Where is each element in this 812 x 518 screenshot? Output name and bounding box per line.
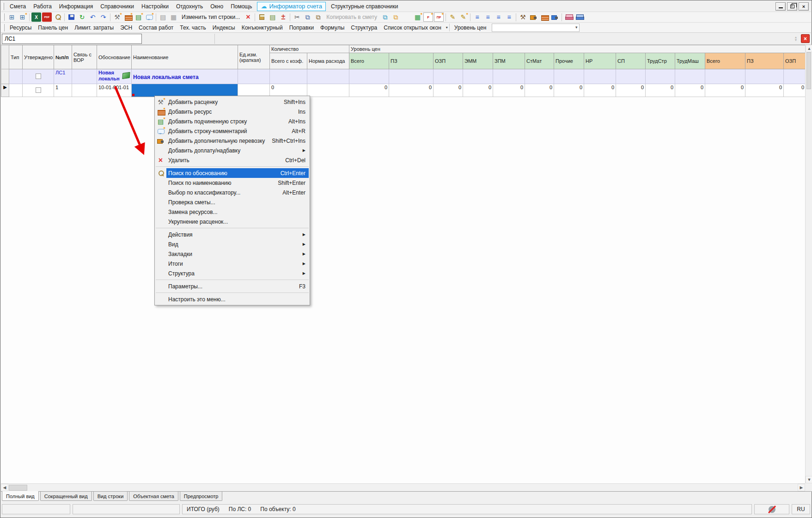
menu-item-14[interactable]: Вид▶: [155, 239, 310, 249]
param-p-icon[interactable]: P✶: [423, 12, 433, 22]
approved-checkbox[interactable]: [36, 87, 41, 93]
scroll-up-icon[interactable]: ▲: [806, 45, 812, 52]
view-button-3[interactable]: ЭСН: [117, 23, 135, 32]
view-button-6[interactable]: Индексы: [209, 23, 238, 32]
menu-item-1[interactable]: Работа: [30, 1, 55, 12]
cell-num-row0[interactable]: ЛС1: [54, 69, 72, 84]
view-button-0[interactable]: Ресурсы: [6, 23, 35, 32]
cell-pz-row1[interactable]: 0: [389, 84, 433, 97]
menu-item-16[interactable]: Итоги▶: [155, 259, 310, 268]
menu-item-13[interactable]: Действия▶: [155, 230, 310, 239]
cell-nr-row0[interactable]: [584, 69, 616, 84]
column-header-tip[interactable]: Тип: [9, 45, 23, 69]
add-rate-icon[interactable]: ⚒✶: [112, 12, 122, 22]
fill-handle[interactable]: [132, 94, 134, 96]
cell-trudmash-row1[interactable]: 0: [675, 84, 705, 97]
tab-1[interactable]: Сокращенный вид: [40, 492, 92, 501]
column-header-ozp2[interactable]: ОЗП: [784, 53, 806, 69]
hscroll-thumb[interactable]: [9, 485, 27, 491]
books-blue-icon[interactable]: [574, 12, 584, 22]
restore-icon[interactable]: [787, 2, 797, 11]
structure-add-icon[interactable]: ⊞✶: [18, 12, 27, 22]
menu-item-15[interactable]: Закладки▶: [155, 249, 310, 259]
scroll-down-icon[interactable]: ▼: [806, 476, 812, 483]
add-subrow-icon[interactable]: ▤✶: [134, 12, 143, 22]
cell-other-row0[interactable]: [554, 69, 584, 84]
column-header-unit[interactable]: Ед.изм. (краткая): [238, 45, 270, 69]
cell-pz2-row1[interactable]: 0: [745, 84, 784, 97]
view-button-2[interactable]: Лимит. затраты: [71, 23, 117, 32]
price-level-combo[interactable]: [492, 24, 580, 32]
truck-icon[interactable]: [529, 12, 538, 22]
menu-item-19[interactable]: Настроить это меню...: [155, 294, 310, 304]
view-button-1[interactable]: Панель цен: [35, 23, 71, 32]
informer-button[interactable]: ☁ Информатор счета: [257, 2, 325, 11]
cell-other-row1[interactable]: 0: [554, 84, 584, 97]
cell-gutter-row1[interactable]: ▶: [1, 84, 9, 97]
menu-item-11[interactable]: Замена ресурсов...: [155, 207, 310, 217]
cell-gutter-row0[interactable]: [1, 69, 9, 84]
column-header-ozp[interactable]: ОЗП: [433, 53, 463, 69]
cell-zpm-row1[interactable]: 0: [493, 84, 525, 97]
work-icon[interactable]: ⚒: [518, 12, 528, 22]
menu-item-5[interactable]: Добавить доплату/надбавку▶: [155, 146, 310, 155]
cell-emm-row0[interactable]: [463, 69, 493, 84]
menu-item-0[interactable]: ⚒✶Добавить расценкуShift+Ins: [155, 97, 310, 107]
language-indicator[interactable]: RU: [792, 504, 810, 514]
indent-left-icon[interactable]: ≡: [494, 12, 503, 22]
cell-total-row0[interactable]: [349, 69, 389, 84]
cell-ozp2-row1[interactable]: 0: [784, 84, 806, 97]
add-comment-icon[interactable]: ✶: [144, 12, 154, 22]
cell-unit-row1[interactable]: [238, 84, 270, 97]
cut-icon[interactable]: ✂: [292, 12, 302, 22]
menu-item-0[interactable]: Смета: [6, 1, 30, 12]
column-header-emm[interactable]: ЭММ: [463, 53, 493, 69]
column-header-nr[interactable]: НР: [584, 53, 616, 69]
cell-trudstr-row0[interactable]: [646, 69, 675, 84]
expand-spinner-icon[interactable]: ▲▼: [792, 36, 800, 42]
cell-ozp2-row0[interactable]: [784, 69, 806, 84]
cell-vor-row1[interactable]: [72, 84, 97, 97]
column-header-num[interactable]: №п/п: [54, 45, 72, 69]
column-header-qty_coef[interactable]: Всего с коэф.: [270, 53, 307, 69]
cell-name-row1[interactable]: [132, 84, 238, 97]
redo-icon[interactable]: ↷: [98, 12, 108, 22]
menu-item-17[interactable]: Структура▶: [155, 268, 310, 278]
tab-2[interactable]: Вид строки: [93, 492, 128, 501]
change-row-type-button[interactable]: Изменить тип строки...: [179, 14, 243, 20]
vertical-scrollbar[interactable]: ▲ ▼: [805, 45, 812, 483]
name-box[interactable]: [2, 34, 142, 44]
refresh-icon[interactable]: ↻: [77, 12, 87, 22]
column-header-trudmash[interactable]: ТрудМаш: [675, 53, 705, 69]
tab-0[interactable]: Полный вид: [2, 491, 39, 501]
excel-export-icon[interactable]: X: [31, 12, 41, 22]
column-header-gutter[interactable]: [1, 45, 9, 69]
minimize-icon[interactable]: [775, 2, 786, 11]
notebook-icon[interactable]: ▦✶: [413, 12, 422, 22]
cell-sp-row0[interactable]: [616, 69, 646, 84]
indent-right-icon[interactable]: ≡: [504, 12, 514, 22]
cell-nr-row1[interactable]: 0: [584, 84, 616, 97]
column-header-approved[interactable]: Утверждено: [23, 45, 54, 69]
cell-num-row1[interactable]: 1: [54, 84, 72, 97]
cell-name-row0[interactable]: Новая локальная смета: [132, 69, 238, 84]
toolbar-grip[interactable]: [3, 13, 5, 21]
menu-item-3[interactable]: ✶Добавить строку-комментарийAlt+R: [155, 126, 310, 136]
menu-item-6[interactable]: Окно: [207, 1, 227, 12]
paste-icon[interactable]: ⧉: [313, 12, 323, 22]
menu-item-7[interactable]: Помощь: [227, 1, 256, 12]
view-button-4[interactable]: Состав работ: [135, 23, 177, 32]
menu-item-6[interactable]: ×УдалитьCtrl+Del: [155, 155, 310, 165]
view-button-10[interactable]: Структура: [348, 23, 380, 32]
cell-qty_coef-row0[interactable]: [270, 69, 307, 84]
print-icon[interactable]: ▤: [158, 12, 168, 22]
menu-item-2[interactable]: Информация: [55, 1, 97, 12]
menu-item-7[interactable]: Поиск по обоснованиюCtrl+Enter: [155, 168, 310, 178]
cell-basis-row1[interactable]: 10-01-001-01: [97, 84, 132, 97]
column-header-norm[interactable]: Норма расхода: [307, 53, 349, 69]
view-button-8[interactable]: Поправки: [286, 23, 317, 32]
copy-sheet-alt-icon[interactable]: ⧉: [391, 12, 401, 22]
column-header-sp[interactable]: СП: [616, 53, 646, 69]
views-toolbar-grip[interactable]: [3, 24, 5, 31]
calculator-icon[interactable]: [257, 12, 267, 22]
